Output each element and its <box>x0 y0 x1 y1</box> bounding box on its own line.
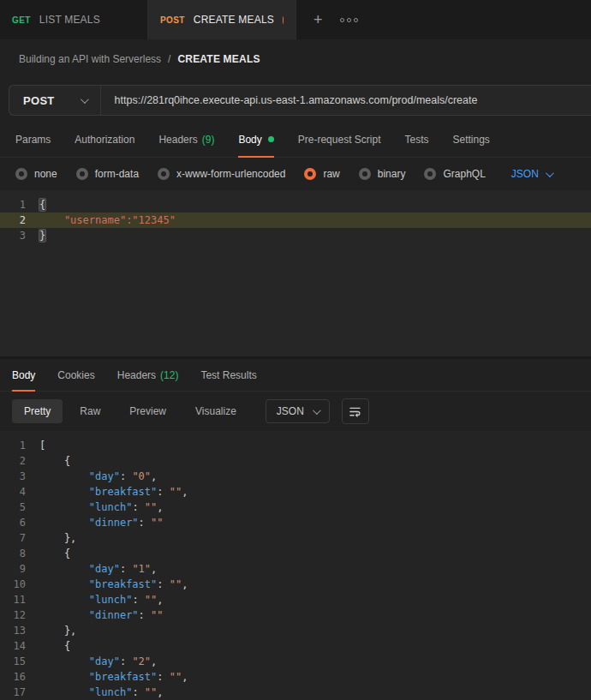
code-text: { <box>39 638 591 654</box>
radio-circle-icon <box>15 168 27 180</box>
unsaved-changes-dot <box>283 16 284 24</box>
radio-circle-icon <box>158 168 170 180</box>
code-text: "day": "1", <box>39 561 591 577</box>
radio-graphql[interactable]: GraphQL <box>424 168 485 180</box>
chevron-down-icon <box>546 169 554 177</box>
raw-format-select[interactable]: JSON <box>511 168 552 180</box>
breadcrumb: Building an API with Serverless / CREATE… <box>0 39 591 79</box>
body-type-row: none form-data x-www-form-urlencoded raw… <box>0 158 591 190</box>
code-text: } <box>39 228 591 243</box>
code-text: "username":"12345" <box>39 212 591 228</box>
tab-pre-request-script[interactable]: Pre-request Script <box>298 122 381 157</box>
code-text: }, <box>39 530 591 546</box>
method-select-value: POST <box>23 94 55 107</box>
code-text: "lunch": "", <box>39 500 591 515</box>
code-text: { <box>39 453 591 469</box>
code-line: 6 "dinner": "" <box>0 515 591 530</box>
radio-circle-icon <box>359 168 371 180</box>
radio-circle-icon <box>424 168 436 180</box>
code-line: 2 { <box>0 453 591 469</box>
code-line: 17 "lunch": "", <box>0 685 591 700</box>
url-box: POST https://281rq0ihce.execute-api.us-e… <box>9 85 591 116</box>
code-text: "dinner": "" <box>39 515 591 530</box>
response-tab-cookies[interactable]: Cookies <box>57 359 94 391</box>
code-line: 15 "day": "2", <box>0 654 591 669</box>
line-number: 15 <box>0 654 39 669</box>
view-pretty-button[interactable]: Pretty <box>12 399 63 423</box>
line-number: 1 <box>0 438 39 453</box>
line-number: 11 <box>0 592 39 607</box>
code-line: 3} <box>0 228 591 243</box>
code-text: "breakfast": "", <box>39 669 591 685</box>
request-body-editor[interactable]: 1{2 "username":"12345"3} <box>0 190 591 356</box>
line-number: 9 <box>0 561 39 577</box>
code-line: 8 { <box>0 546 591 561</box>
tab-actions: + <box>296 0 375 39</box>
request-tab-create-meals[interactable]: POST CREATE MEALS <box>148 0 296 39</box>
line-number: 1 <box>0 197 39 212</box>
tab-body[interactable]: Body <box>238 122 273 157</box>
tab-settings[interactable]: Settings <box>453 122 490 157</box>
code-text: }, <box>39 623 591 638</box>
radio-raw[interactable]: raw <box>304 168 339 180</box>
tab-headers[interactable]: Headers (9) <box>158 122 214 157</box>
response-view-row: Pretty Raw Preview Visualize JSON <box>0 392 591 431</box>
code-text: "dinner": "" <box>39 607 591 623</box>
line-number: 10 <box>0 577 39 592</box>
request-tabs: Params Authorization Headers (9) Body Pr… <box>0 122 591 158</box>
breadcrumb-current: CREATE MEALS <box>177 53 260 65</box>
request-tab-list-meals[interactable]: GET LIST MEALS <box>0 0 148 39</box>
add-tab-icon[interactable]: + <box>313 12 323 27</box>
radio-circle-icon <box>76 168 88 180</box>
code-line: 1{ <box>0 197 591 212</box>
response-tab-body[interactable]: Body <box>12 359 35 391</box>
code-line: 5 "lunch": "", <box>0 500 591 515</box>
radio-binary[interactable]: binary <box>359 168 406 180</box>
line-number: 12 <box>0 607 39 623</box>
line-number: 17 <box>0 685 39 700</box>
line-number: 4 <box>0 484 39 500</box>
line-number: 7 <box>0 530 39 546</box>
view-raw-button[interactable]: Raw <box>68 399 112 423</box>
line-number: 3 <box>0 228 39 243</box>
tab-params[interactable]: Params <box>15 122 51 157</box>
tab-authorization[interactable]: Authorization <box>75 122 134 157</box>
breadcrumb-separator: / <box>168 53 170 65</box>
view-preview-button[interactable]: Preview <box>117 399 178 423</box>
tab-tests[interactable]: Tests <box>404 122 428 157</box>
window-tab-bar: GET LIST MEALS POST CREATE MEALS + <box>0 0 591 39</box>
response-section: Body Cookies Headers (12) Test Results P… <box>0 356 591 700</box>
view-visualize-button[interactable]: Visualize <box>183 399 248 423</box>
code-text: [ <box>39 438 591 453</box>
line-number: 2 <box>0 453 39 469</box>
response-format-select[interactable]: JSON <box>266 399 330 423</box>
response-body-editor[interactable]: 1[2 {3 "day": "0",4 "breakfast": "",5 "l… <box>0 431 591 700</box>
method-select[interactable]: POST <box>9 86 101 115</box>
line-number: 16 <box>0 669 39 685</box>
radio-x-www-form-urlencoded[interactable]: x-www-form-urlencoded <box>158 168 285 180</box>
code-text: { <box>39 197 591 212</box>
response-tab-headers[interactable]: Headers (12) <box>117 359 179 391</box>
method-badge-post: POST <box>160 15 185 25</box>
code-line: 16 "breakfast": "", <box>0 669 591 685</box>
request-url-input[interactable]: https://281rq0ihce.execute-api.us-east-1… <box>101 94 492 106</box>
more-options-icon[interactable] <box>340 18 358 22</box>
line-number: 2 <box>0 212 39 228</box>
code-text: "breakfast": "", <box>39 484 591 500</box>
radio-none[interactable]: none <box>15 168 57 180</box>
response-headers-count-badge: (12) <box>160 369 178 381</box>
code-line: 1[ <box>0 438 591 453</box>
line-number: 14 <box>0 638 39 654</box>
line-number: 5 <box>0 500 39 515</box>
tab-title: LIST MEALS <box>39 14 100 26</box>
wrap-lines-button[interactable] <box>342 398 369 424</box>
breadcrumb-collection[interactable]: Building an API with Serverless <box>19 53 161 65</box>
code-line: 14 { <box>0 638 591 654</box>
tab-title: CREATE MEALS <box>194 14 274 26</box>
code-line: 4 "breakfast": "", <box>0 484 591 500</box>
radio-circle-icon <box>304 168 316 180</box>
radio-form-data[interactable]: form-data <box>76 168 139 180</box>
line-number: 3 <box>0 469 39 484</box>
code-line: 7 }, <box>0 530 591 546</box>
response-tab-test-results[interactable]: Test Results <box>200 359 256 391</box>
